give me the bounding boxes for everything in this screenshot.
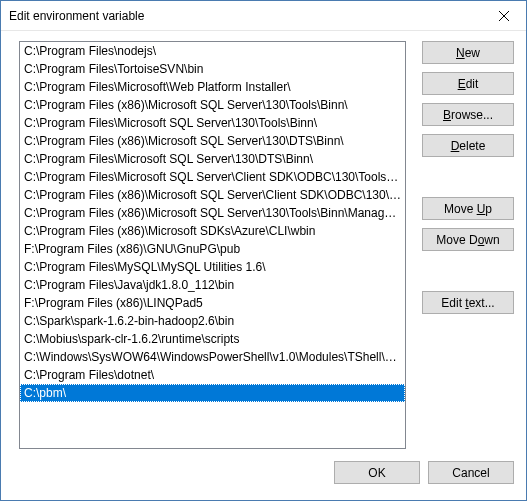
side-button-panel: New Edit Browse... Delete Move Up Move D… bbox=[422, 41, 514, 449]
list-item[interactable]: C:\Program Files\Microsoft SQL Server\13… bbox=[20, 150, 405, 168]
list-item[interactable]: C:\Program Files\dotnet\ bbox=[20, 366, 405, 384]
list-item[interactable]: C:\Program Files\nodejs\ bbox=[20, 42, 405, 60]
close-icon bbox=[499, 11, 509, 21]
dialog-content: C:\Program Files\nodejs\C:\Program Files… bbox=[1, 31, 526, 449]
list-item[interactable]: C:\Program Files (x86)\Microsoft SDKs\Az… bbox=[20, 222, 405, 240]
list-item[interactable]: C:\Windows\SysWOW64\WindowsPowerShell\v1… bbox=[20, 348, 405, 366]
move-down-button[interactable]: Move Down bbox=[422, 228, 514, 251]
list-item[interactable]: C:\Mobius\spark-clr-1.6.2\runtime\script… bbox=[20, 330, 405, 348]
titlebar: Edit environment variable bbox=[1, 1, 526, 31]
delete-button[interactable]: Delete bbox=[422, 134, 514, 157]
dialog-footer: OK Cancel bbox=[1, 449, 526, 484]
list-item[interactable]: C:\Program Files\TortoiseSVN\bin bbox=[20, 60, 405, 78]
new-button[interactable]: New bbox=[422, 41, 514, 64]
list-item[interactable]: C:\Program Files (x86)\Microsoft SQL Ser… bbox=[20, 96, 405, 114]
cancel-button[interactable]: Cancel bbox=[428, 461, 514, 484]
browse-button[interactable]: Browse... bbox=[422, 103, 514, 126]
move-up-button[interactable]: Move Up bbox=[422, 197, 514, 220]
list-item[interactable]: C:\Program Files (x86)\Microsoft SQL Ser… bbox=[20, 186, 405, 204]
list-item[interactable]: C:\Spark\spark-1.6.2-bin-hadoop2.6\bin bbox=[20, 312, 405, 330]
list-item[interactable]: F:\Program Files (x86)\LINQPad5 bbox=[20, 294, 405, 312]
list-item[interactable]: C:\Program Files (x86)\Microsoft SQL Ser… bbox=[20, 132, 405, 150]
list-item[interactable]: C:\Program Files (x86)\Microsoft SQL Ser… bbox=[20, 204, 405, 222]
list-item[interactable]: C:\Program Files\Microsoft SQL Server\13… bbox=[20, 114, 405, 132]
window-title: Edit environment variable bbox=[9, 9, 144, 23]
list-item[interactable]: C:\Program Files\MySQL\MySQL Utilities 1… bbox=[20, 258, 405, 276]
edit-button[interactable]: Edit bbox=[422, 72, 514, 95]
list-item[interactable]: C:\pbm\ bbox=[20, 384, 405, 402]
list-item[interactable]: F:\Program Files (x86)\GNU\GnuPG\pub bbox=[20, 240, 405, 258]
list-item[interactable]: C:\Program Files\Microsoft SQL Server\Cl… bbox=[20, 168, 405, 186]
ok-button[interactable]: OK bbox=[334, 461, 420, 484]
close-button[interactable] bbox=[481, 1, 526, 30]
list-item[interactable]: C:\Program Files\Java\jdk1.8.0_112\bin bbox=[20, 276, 405, 294]
path-list[interactable]: C:\Program Files\nodejs\C:\Program Files… bbox=[19, 41, 406, 449]
edit-text-button[interactable]: Edit text... bbox=[422, 291, 514, 314]
list-item[interactable]: C:\Program Files\Microsoft\Web Platform … bbox=[20, 78, 405, 96]
